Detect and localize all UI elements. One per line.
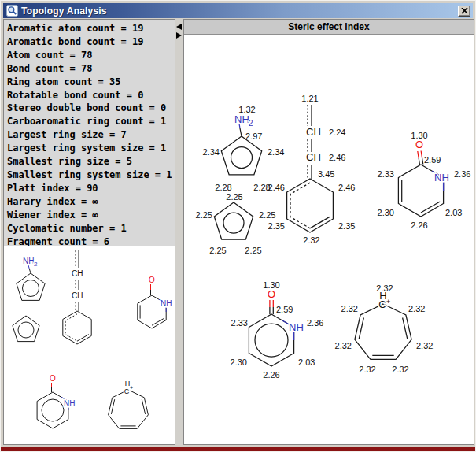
amine-label: NH (23, 257, 34, 265)
property-line: Atom count = 78 (7, 49, 173, 62)
splitter[interactable] (175, 19, 183, 445)
property-line: Largest ring size = 7 (7, 128, 173, 142)
window-title: Topology Analysis (21, 6, 458, 17)
carbonyl-bond-lower (151, 290, 153, 295)
value-top: 2.25 (226, 192, 242, 202)
value-upper-left: 2.32 (341, 304, 358, 313)
value-ipso: 2.97 (245, 132, 262, 141)
cyclopentadienyl-ring (214, 202, 253, 239)
property-line: Wiener index = ∞ (7, 209, 173, 222)
value-c3: 2.33 (378, 169, 394, 179)
property-line: Aromatic bond count = 19 (7, 35, 173, 49)
value-right: 2.34 (268, 147, 284, 157)
property-line: Cyclomatic number = 1 (7, 222, 173, 235)
thumb-cyclopentadienyl (13, 316, 39, 342)
value-bottom-left: 2.28 (215, 183, 231, 192)
property-line: Carboaromatic ring count = 1 (7, 115, 173, 128)
thumb-aminocyclopentadienyl: NH 2 (17, 257, 45, 300)
double-bond-inner (77, 335, 89, 342)
nh-label: NH (434, 172, 449, 183)
double-bond-inner (111, 399, 145, 426)
carbonyl-bond-upper (270, 300, 273, 307)
carbonyl-bond-lower (270, 307, 273, 314)
nh-label: NH (161, 299, 172, 308)
left-column: Aromatic atom count = 19 Aromatic bond c… (3, 19, 175, 445)
bond-to-nitrogen (28, 265, 30, 269)
right-column: Steric effect index 1.32 NH 2 2.97 2.34 … (183, 19, 474, 445)
tropylium-ring (109, 390, 149, 428)
splitter-expand-right-icon[interactable] (176, 32, 182, 39)
aromatic-circle (231, 147, 253, 169)
value-c2: 2.59 (276, 305, 293, 314)
double-bond-inner (359, 318, 407, 356)
splitter-collapse-left-icon[interactable] (176, 24, 182, 30)
value-terminal: 1.21 (301, 94, 318, 103)
property-line: Ring atom count = 35 (7, 76, 173, 89)
close-icon (461, 8, 468, 14)
thumb-pyridone-aromatic: O NH (37, 374, 75, 428)
thumb-pyridone-kekule: O NH (138, 276, 172, 328)
value-bottom-left: 2.25 (209, 246, 226, 255)
oxygen-label: O (149, 276, 155, 284)
properties-panel[interactable]: Aromatic atom count = 19 Aromatic bond c… (4, 20, 175, 246)
ch-label: CH (306, 151, 321, 163)
plus-charge: + (130, 385, 133, 391)
property-line: Fragment count = 6 (7, 235, 173, 247)
tropylium-ring (355, 304, 411, 359)
carbonyl-bond-lower (419, 158, 423, 165)
panel-header: Steric effect index (184, 20, 474, 35)
value-n: 2.36 (307, 318, 323, 328)
value-c5: 2.26 (263, 370, 279, 380)
property-line: Platt index = 90 (7, 182, 173, 195)
value-bottom-right: 2.32 (392, 365, 408, 374)
value-c2: 2.59 (424, 155, 441, 165)
title-bar[interactable]: Topology Analysis (3, 3, 473, 18)
value-left: 2.32 (335, 341, 352, 350)
oxygen-label: O (415, 139, 423, 150)
plus-charge: + (386, 298, 390, 306)
value-left: 2.25 (196, 210, 212, 220)
ch-label: CH (72, 291, 83, 300)
value-bottom-right: 2.25 (245, 246, 261, 255)
thumb-tropylium: H C + (109, 380, 149, 428)
value-left: 2.34 (203, 147, 220, 157)
property-line: Bond count = 78 (7, 62, 173, 76)
value-ring-bottom-right: 2.35 (338, 221, 355, 231)
close-button[interactable] (458, 6, 470, 17)
fragments-canvas: NH 2 CH CH (4, 246, 175, 441)
bond (30, 269, 31, 273)
value-c6: 2.03 (445, 208, 462, 217)
amine-subscript: 2 (249, 119, 253, 128)
aromatic-circle (42, 399, 64, 421)
value-right: 2.32 (416, 341, 433, 350)
oxygen-label: O (50, 374, 56, 383)
bottom-red-strip (1, 447, 475, 451)
cyclopentadienyl-ring (221, 136, 261, 175)
delocalized-inner-bonds (290, 183, 310, 228)
property-line: Harary index = ∞ (7, 195, 173, 209)
value-ipso: 3.45 (318, 169, 334, 179)
value-ch2: 2.46 (329, 153, 345, 162)
property-line: Stereo double bond count = 0 (7, 102, 173, 115)
steric-canvas: 1.32 NH 2 2.97 2.34 2.34 2.28 2.28 2.25 … (184, 35, 474, 444)
aromatic-circle (18, 322, 34, 338)
nh-label: NH (64, 399, 75, 408)
steric-tropylium: 2.32 H C + 2.32 2.32 2.32 2.32 2.32 2.32 (335, 283, 434, 374)
hexagon-ring (63, 311, 91, 344)
topology-analysis-window: Topology Analysis Aromatic atom count = … (0, 0, 476, 452)
carbonyl-bond-upper (52, 383, 54, 387)
hexagon-ring (287, 179, 334, 232)
amine-label: NH (234, 113, 249, 125)
carbocation-label: C (124, 387, 130, 395)
property-line: Rotatable bond count = 0 (7, 89, 173, 102)
steric-cumulene: 1.21 CH 2.24 CH 2.46 3.45 2.46 2.46 2.35… (268, 94, 356, 245)
ch-label: CH (72, 269, 83, 278)
double-bond-inner (140, 305, 164, 325)
carbocation-label: C (378, 298, 386, 310)
property-line: Largest ring system size = 1 (7, 142, 173, 155)
delocalized-inner-bonds (65, 314, 77, 341)
magnifier-lens (9, 7, 14, 13)
oxygen-label: O (268, 288, 275, 300)
double-bond-inner (402, 180, 441, 213)
value-right: 2.25 (259, 210, 275, 220)
